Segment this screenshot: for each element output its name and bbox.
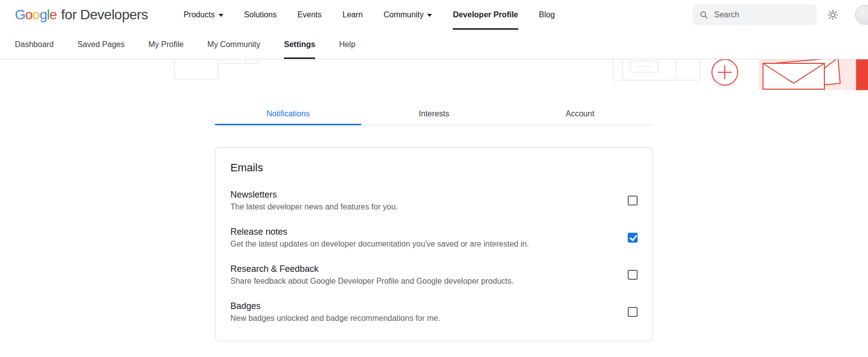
nav-item-events[interactable]: Events [297,0,322,30]
nav-item-learn[interactable]: Learn [342,0,363,30]
nav-item-label: Community [383,10,424,19]
header-right [693,0,868,30]
theme-toggle-button[interactable] [827,9,838,20]
nav-item-label: Events [297,10,322,19]
tab-notifications[interactable]: Notifications [215,103,361,125]
release-notes-checkbox[interactable] [628,233,638,243]
tab-interests[interactable]: Interests [361,103,507,125]
email-title: Newsletters [230,188,398,201]
nav-item-community[interactable]: Community [383,0,432,30]
email-texts: Release notes Get the latest updates on … [230,225,529,250]
chevron-down-icon [427,14,432,17]
red-stripe [856,59,868,90]
logo-suffix: for Developers [61,7,148,23]
email-description: Get the latest updates on developer docu… [230,238,529,250]
top-header: Google for Developers Products Solutions… [0,0,868,30]
search-input[interactable] [713,10,810,20]
newsletters-checkbox[interactable] [628,196,638,205]
email-description: New badges unlocked and badge recommenda… [230,312,440,324]
email-row-badges: Badges New badges unlocked and badge rec… [230,300,638,324]
subnav-item-my-community[interactable]: My Community [208,30,261,59]
research-feedback-checkbox[interactable] [628,270,638,280]
card-wireframe-right [613,59,700,80]
main-nav: Products Solutions Events Learn Communit… [183,0,554,30]
banner [0,59,868,90]
subnav-item-help[interactable]: Help [339,30,355,59]
subnav-item-dashboard[interactable]: Dashboard [15,30,54,59]
email-description: The latest developer news and features f… [230,201,398,212]
nav-item-label: Solutions [244,10,277,19]
nav-item-solutions[interactable]: Solutions [244,0,277,30]
emails-card: Emails Newsletters The latest developer … [215,147,653,341]
settings-content: Notifications Interests Account Emails N… [215,103,653,341]
settings-tabs: Notifications Interests Account [215,103,653,125]
nav-item-blog[interactable]: Blog [539,0,555,30]
subnav-item-settings[interactable]: Settings [284,30,315,59]
grid-wireframe-left [174,59,298,79]
email-texts: Newsletters The latest developer news an… [230,188,398,212]
nav-item-products[interactable]: Products [183,0,223,30]
subnav-item-my-profile[interactable]: My Profile [148,30,183,59]
emails-section-title: Emails [230,161,638,174]
email-texts: Badges New badges unlocked and badge rec… [230,300,440,324]
add-circle-icon [712,59,738,85]
tab-account[interactable]: Account [507,103,653,125]
profile-subnav: Dashboard Saved Pages My Profile My Comm… [0,30,868,59]
email-title: Release notes [230,225,529,238]
banner-illustration [0,59,868,90]
email-description: Share feedback about Google Developer Pr… [230,275,514,287]
email-row-release-notes: Release notes Get the latest updates on … [230,225,638,250]
google-developers-logo[interactable]: Google for Developers [15,7,148,23]
email-title: Badges [230,300,440,312]
search-icon [700,10,708,20]
nav-item-label: Products [183,10,215,19]
email-title: Research & Feedback [230,262,514,275]
badges-checkbox[interactable] [628,307,638,317]
nav-item-label: Learn [342,10,363,19]
subnav-item-saved-pages[interactable]: Saved Pages [77,30,124,59]
email-row-research-feedback: Research & Feedback Share feedback about… [230,262,638,287]
email-row-newsletters: Newsletters The latest developer news an… [230,188,638,212]
email-texts: Research & Feedback Share feedback about… [230,262,514,287]
nav-item-developer-profile[interactable]: Developer Profile [453,0,518,30]
chevron-down-icon [218,14,223,17]
light-mode-icon [827,9,838,20]
nav-item-label: Developer Profile [453,10,518,19]
search-box[interactable] [693,4,816,25]
envelope-illustration [759,59,868,90]
nav-item-label: Blog [539,10,555,19]
google-logo-text: Google [15,7,56,23]
